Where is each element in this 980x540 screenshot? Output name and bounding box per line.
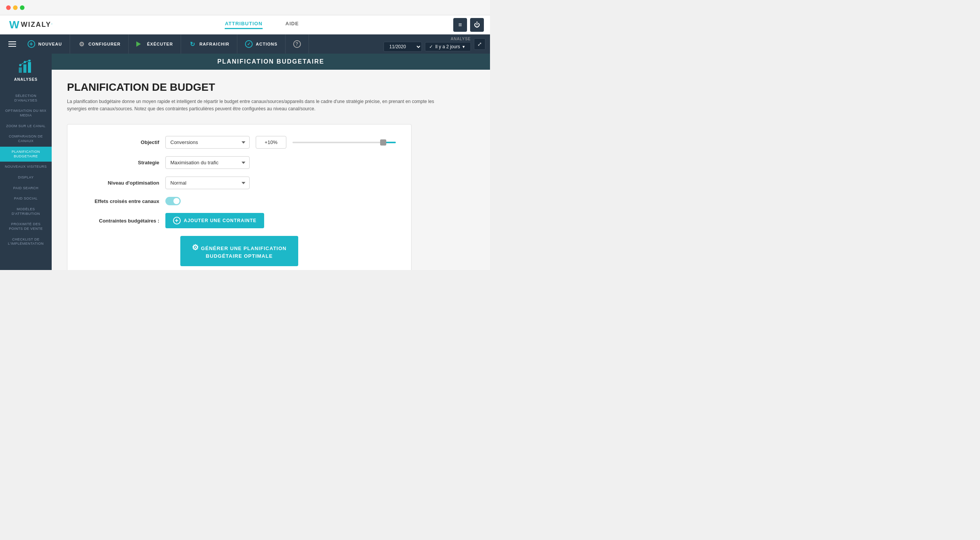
rafraichir-button[interactable]: ↻ RAFRAICHIR [181, 34, 237, 54]
contraintes-row: Contraintes budgétaires : + AJOUTER UNE … [83, 213, 396, 228]
logo-area: W WIZALY ° [0, 19, 77, 31]
sidebar-item-modeles[interactable]: MODÈLES D'ATTRIBUTION [0, 204, 52, 219]
analyse-select[interactable]: 11/2020 [384, 42, 422, 52]
effets-row: Effets croisés entre canaux [83, 197, 396, 205]
settings-icon[interactable]: ≡ [453, 18, 467, 32]
window-controls [6, 5, 24, 10]
question-icon: ? [293, 40, 301, 48]
content-area: PLANIFICATION BUDGETAIRE PLANIFICATION D… [52, 54, 490, 270]
analyse-area: Analyse 11/2020 ✓ Il y a 2 jours ▾ [384, 37, 471, 52]
sidebar-item-paid-social[interactable]: PAID SOCIAL [0, 193, 52, 204]
svg-rect-1 [23, 64, 26, 73]
strategie-label: Strategie [83, 160, 159, 165]
logo-dot: ° [51, 23, 52, 26]
svg-rect-2 [28, 62, 31, 73]
slider-container [292, 142, 396, 143]
niveau-row: Niveau d'optimisation Normal Élevé Faibl… [83, 177, 396, 189]
play-icon [136, 41, 141, 47]
generate-row: ⚙ GÉNÉRER UNE PLANIFICATIONBUDGÉTAIRE OP… [83, 236, 396, 266]
toolbar: + NOUVEAU ⚙ CONFIGURER ÉXÉCUTER ↻ RAFRAI… [0, 34, 490, 54]
chevron-down-icon: ▾ [462, 44, 465, 49]
sidebar-item-zoom-canal[interactable]: ZOOM SUR LE CANAL [0, 121, 52, 132]
window-top-bar [0, 0, 490, 15]
logo-w: W [9, 19, 19, 31]
sidebar-item-proximite[interactable]: PROXIMITÉ DES POINTS DE VENTE [0, 219, 52, 234]
effets-label: Effets croisés entre canaux [83, 198, 159, 204]
close-button[interactable] [6, 5, 11, 10]
objective-slider[interactable] [292, 142, 396, 143]
checkmark-icon: ✓ [429, 44, 433, 49]
nav-center: ATTRIBUTION AIDE [77, 21, 447, 29]
executer-label: ÉXÉCUTER [147, 42, 173, 46]
analyse-date-selector[interactable]: ✓ Il y a 2 jours ▾ [425, 42, 471, 51]
objectif-select[interactable]: Conversions Visites Revenus [165, 136, 250, 149]
strategie-row: Strategie Maximisation du trafic Maximis… [83, 156, 396, 169]
rafraichir-label: RAFRAICHIR [199, 42, 229, 46]
minimize-button[interactable] [13, 5, 18, 10]
refresh-icon: ↻ [189, 40, 196, 48]
sidebar-item-checklist[interactable]: CHECKLIST DE L'IMPLÉMENTATION [0, 234, 52, 249]
page-description: La planification budgétaire donne un moy… [67, 98, 450, 113]
strategie-select[interactable]: Maximisation du trafic Maximisation des … [165, 156, 250, 169]
nav-item-attribution[interactable]: ATTRIBUTION [225, 21, 262, 29]
sidebar-item-optimisation[interactable]: OPTIMISATION DU MIX MEDIA [0, 106, 52, 121]
analyse-label: Analyse [451, 37, 471, 41]
add-constraint-label: AJOUTER UNE CONTRAINTE [184, 218, 256, 223]
sidebar-item-comparaison[interactable]: COMPARAISON DE CANAUX [0, 131, 52, 146]
sidebar-item-planification[interactable]: PLANIFICATION BUDGETAIRE [0, 147, 52, 162]
niveau-select[interactable]: Normal Élevé Faible [165, 177, 250, 189]
gear-icon: ⚙ [78, 40, 85, 48]
add-constraint-icon: + [173, 217, 181, 224]
gear-generate-icon: ⚙ [192, 243, 199, 252]
hamburger-menu[interactable] [5, 34, 20, 54]
plus-icon: + [28, 40, 35, 48]
expand-button[interactable]: ⤢ [474, 38, 485, 50]
generate-label: GÉNÉRER UNE PLANIFICATIONBUDGÉTAIRE OPTI… [201, 245, 286, 259]
configurer-label: CONFIGURER [88, 42, 121, 46]
svg-rect-0 [19, 67, 22, 73]
sidebar-item-nouveaux[interactable]: NOUVEAUX VISITEURS [0, 162, 52, 172]
main-layout: ANALYSES SÉLECTION D'ANALYSES OPTIMISATI… [0, 54, 490, 270]
analyse-controls: 11/2020 ✓ Il y a 2 jours ▾ [384, 42, 471, 52]
help-button[interactable]: ? [286, 34, 309, 54]
sidebar: ANALYSES SÉLECTION D'ANALYSES OPTIMISATI… [0, 54, 52, 270]
form-card: Objectif Conversions Visites Revenus Str… [67, 124, 412, 270]
executer-button[interactable]: ÉXÉCUTER [129, 34, 181, 54]
actions-label: ACTIONS [256, 42, 278, 46]
nav-item-aide[interactable]: AIDE [286, 21, 299, 29]
page-body: PLANIFICATION DE BUDGET La planification… [52, 70, 490, 270]
header-right: ≡ ⏻ [447, 18, 490, 32]
page-header: PLANIFICATION BUDGETAIRE [52, 54, 490, 70]
nouveau-label: NOUVEAU [38, 42, 62, 46]
maximize-button[interactable] [20, 5, 24, 10]
objectif-row: Objectif Conversions Visites Revenus [83, 136, 396, 149]
nouveau-button[interactable]: + NOUVEAU [20, 34, 70, 54]
effets-toggle[interactable] [165, 197, 181, 205]
contraintes-label: Contraintes budgétaires : [83, 218, 159, 224]
actions-button[interactable]: ✓ ACTIONS [237, 34, 286, 54]
sidebar-icon-area: ANALYSES [14, 60, 38, 88]
hamburger-icon [8, 41, 16, 47]
analyses-icon [18, 60, 33, 76]
check-icon: ✓ [245, 40, 253, 48]
sidebar-item-paid-search[interactable]: PAID SEARCH [0, 183, 52, 194]
page-title: PLANIFICATION DE BUDGET [67, 81, 475, 93]
date-text: Il y a 2 jours [435, 44, 460, 49]
sidebar-item-selection[interactable]: SÉLECTION D'ANALYSES [0, 91, 52, 106]
sidebar-main-label: ANALYSES [14, 77, 38, 82]
generate-button[interactable]: ⚙ GÉNÉRER UNE PLANIFICATIONBUDGÉTAIRE OP… [180, 236, 298, 266]
header: W WIZALY ° ATTRIBUTION AIDE ≡ ⏻ [0, 15, 490, 34]
power-icon[interactable]: ⏻ [470, 18, 484, 32]
objectif-label: Objectif [83, 139, 159, 145]
configurer-button[interactable]: ⚙ CONFIGURER [70, 34, 129, 54]
logo-text: WIZALY [21, 21, 51, 29]
add-constraint-button[interactable]: + AJOUTER UNE CONTRAINTE [165, 213, 264, 228]
niveau-label: Niveau d'optimisation [83, 180, 159, 186]
sidebar-item-display[interactable]: DISPLAY [0, 172, 52, 183]
percentage-input[interactable] [256, 136, 286, 149]
